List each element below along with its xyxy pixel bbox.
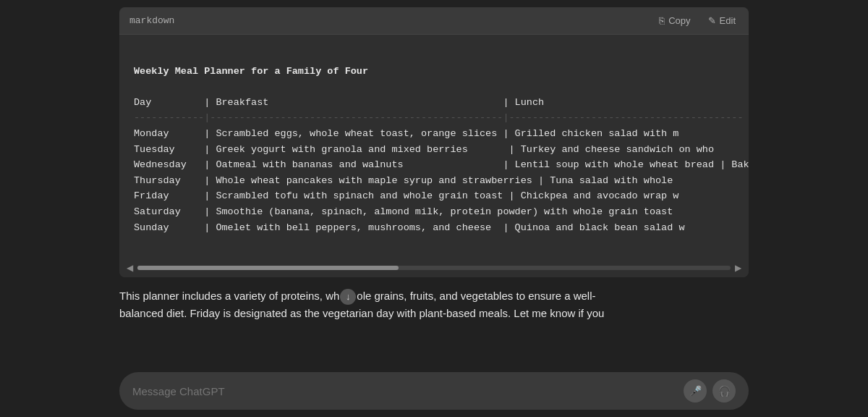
code-title: Weekly Meal Planner for a Family of Four: [134, 66, 368, 77]
scroll-track[interactable]: [137, 266, 731, 270]
description-text: This planner includes a variety of prote…: [119, 287, 749, 324]
friday-row: Friday | Scrambled tofu with spinach and…: [134, 190, 678, 201]
copy-button[interactable]: ⎘ Copy: [656, 14, 693, 28]
saturday-row: Saturday | Smoothie (banana, spinach, al…: [134, 206, 673, 217]
input-actions: 🎤 🎧: [684, 379, 736, 403]
wednesday-row: Wednesday | Oatmeal with bananas and wal…: [134, 159, 749, 170]
scroll-down-indicator: ↓: [340, 289, 356, 305]
code-block-wrapper: markdown ⎘ Copy ✎ Edit Weekly Meal Plann…: [119, 7, 749, 277]
input-bar: 🎤 🎧: [119, 372, 749, 410]
edit-button[interactable]: ✎ Edit: [705, 14, 739, 28]
code-header-actions: ⎘ Copy ✎ Edit: [656, 14, 739, 28]
scroll-left-arrow[interactable]: ◀: [127, 263, 133, 273]
copy-icon: ⎘: [659, 15, 665, 26]
code-content: Weekly Meal Planner for a Family of Four…: [119, 35, 749, 260]
headphones-icon: 🎧: [718, 385, 731, 397]
copy-label: Copy: [668, 15, 690, 26]
description-text-before: This planner includes a variety of prote…: [119, 290, 339, 302]
monday-row: Monday | Scrambled eggs, whole wheat toa…: [134, 128, 678, 139]
thursday-row: Thursday | Whole wheat pancakes with map…: [134, 175, 673, 186]
main-container: markdown ⎘ Copy ✎ Edit Weekly Meal Plann…: [0, 0, 868, 417]
scroll-thumb[interactable]: [137, 266, 399, 270]
code-lang-label: markdown: [129, 15, 174, 26]
scroll-right-arrow[interactable]: ▶: [735, 263, 741, 273]
code-content-area[interactable]: Weekly Meal Planner for a Family of Four…: [119, 35, 749, 260]
horizontal-scrollbar[interactable]: ◀ ▶: [119, 260, 749, 277]
table-separator: ------------|---------------------------…: [134, 112, 744, 123]
edit-label: Edit: [720, 15, 736, 26]
mic-button[interactable]: 🎤: [684, 379, 707, 403]
sunday-row: Sunday | Omelet with bell peppers, mushr…: [134, 222, 685, 233]
edit-icon: ✎: [708, 15, 716, 26]
tuesday-row: Tuesday | Greek yogurt with granola and …: [134, 144, 714, 155]
table-header-row: Day | Breakfast | Lunch: [134, 97, 544, 108]
mic-icon: 🎤: [689, 385, 702, 397]
headphones-button[interactable]: 🎧: [712, 379, 736, 403]
message-input[interactable]: [132, 385, 684, 397]
code-block-header: markdown ⎘ Copy ✎ Edit: [119, 7, 749, 35]
